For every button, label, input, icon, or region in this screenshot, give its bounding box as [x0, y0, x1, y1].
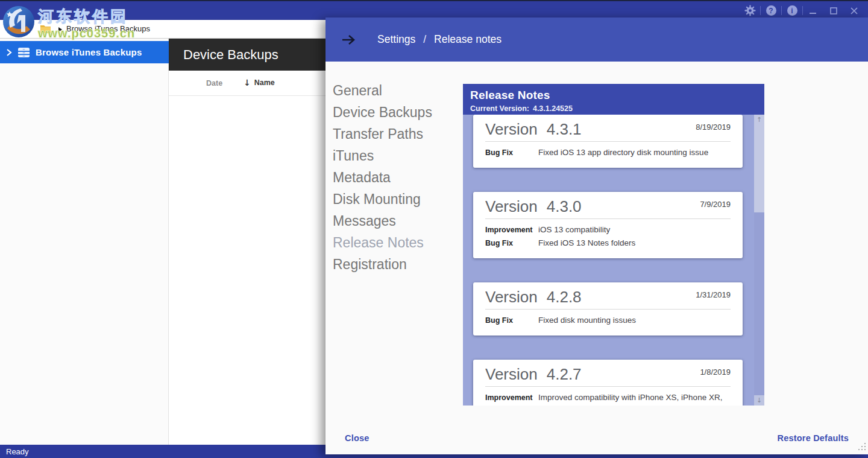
card-divider — [485, 309, 731, 310]
release-version-word: Version — [485, 121, 538, 138]
release-version-word: Version — [485, 366, 538, 383]
column-date[interactable]: Date — [206, 79, 222, 87]
release-notes-panel: Release Notes Current Version:4.3.1.2452… — [463, 84, 764, 406]
settings-nav-item[interactable]: Disk Mounting — [333, 188, 432, 210]
release-version-word: Version — [485, 198, 538, 215]
scrollbar-thumb[interactable] — [754, 125, 764, 212]
card-divider — [485, 218, 731, 219]
settings-nav-item[interactable]: iTunes — [333, 145, 432, 167]
maximize-icon — [830, 7, 837, 14]
card-divider — [485, 386, 731, 387]
card-divider — [485, 141, 731, 142]
release-version: Version 4.2.8 — [485, 288, 696, 305]
release-version: Version 4.3.1 — [485, 121, 696, 138]
note-text: Fixed iOS 13 app directory disk mounting… — [538, 147, 731, 158]
release-card-head: Version 4.2.7 1/8/2019 — [485, 366, 731, 383]
restore-defaults-button[interactable]: Restore Defaults — [778, 433, 849, 443]
release-cards: Version 4.3.1 8/19/2019 Bug Fix Fix — [473, 115, 743, 406]
forward-arrow-icon — [341, 34, 356, 46]
release-notes-list: Improvement Improved compatibility with … — [485, 392, 731, 406]
close-icon — [851, 7, 858, 14]
resize-grip[interactable] — [858, 442, 866, 451]
scroll-down-icon[interactable]: ↓ — [754, 395, 764, 406]
release-version-number: 4.2.8 — [547, 288, 582, 305]
settings-breadcrumb-page: Release notes — [434, 33, 502, 46]
note-text: Improved compatibility with iPhone XS, i… — [538, 392, 731, 406]
settings-nav-item[interactable]: Messages — [333, 210, 432, 232]
release-date: 1/8/2019 — [700, 367, 731, 377]
sidebar: Browse iTunes Backups — [0, 39, 169, 445]
current-version-value: 4.3.1.24525 — [533, 104, 573, 113]
column-headers: Date ↓ Name — [169, 71, 326, 96]
status-text: Ready — [6, 447, 29, 456]
settings-dialog-header: Settings / Release notes — [326, 17, 868, 62]
release-notes-list: Improvement iOS 13 compatibility Bug Fix… — [485, 224, 731, 249]
current-version: Current Version:4.3.1.24525 — [470, 104, 764, 113]
settings-dialog: Settings / Release notes General Device … — [326, 17, 868, 454]
info-icon: i — [787, 5, 797, 16]
column-name-label: Name — [254, 78, 275, 87]
note-type: Bug Fix — [485, 238, 538, 249]
release-card-head: Version 4.3.0 7/9/2019 — [485, 198, 731, 215]
sidebar-item-browse-itunes-backups[interactable]: Browse iTunes Backups — [0, 41, 169, 63]
release-notes-header: Release Notes Current Version:4.3.1.2452… — [463, 84, 764, 115]
release-date: 8/19/2019 — [696, 122, 731, 132]
note-type: Improvement — [485, 224, 538, 235]
chevron-right-icon — [6, 49, 12, 56]
settings-nav-item[interactable]: Device Backups — [333, 101, 432, 123]
release-note-row: Improvement Improved compatibility with … — [485, 392, 731, 406]
device-backups-title: Device Backups — [169, 39, 326, 71]
settings-nav: General Device Backups Transfer Paths iT… — [333, 80, 432, 275]
settings-nav-item[interactable]: Registration — [333, 253, 432, 275]
release-card: Version 4.3.1 8/19/2019 Bug Fix Fix — [473, 115, 743, 168]
dialog-footer: Close Restore Defaults — [326, 424, 868, 452]
note-type: Bug Fix — [485, 147, 538, 158]
release-version: Version 4.3.0 — [485, 198, 700, 215]
gear-icon — [744, 5, 756, 16]
release-date: 7/9/2019 — [700, 200, 731, 209]
current-version-label: Current Version: — [470, 104, 529, 113]
release-date: 1/31/2019 — [696, 290, 731, 299]
release-card-head: Version 4.3.1 8/19/2019 — [485, 121, 731, 138]
release-version-number: 4.3.0 — [547, 198, 582, 215]
release-note-row: Bug Fix Fixed iOS 13 Notes folders — [485, 238, 731, 249]
release-card: Version 4.3.0 7/9/2019 Improvement — [473, 192, 743, 258]
release-card-head: Version 4.2.8 1/31/2019 — [485, 288, 731, 305]
note-text: iOS 13 compatibility — [538, 224, 731, 235]
release-version-word: Version — [485, 288, 538, 305]
release-version: Version 4.2.7 — [485, 366, 700, 383]
scroll-up-icon[interactable]: ↑ — [754, 115, 764, 125]
release-version-number: 4.3.1 — [547, 121, 582, 138]
release-version-number: 4.2.7 — [547, 366, 582, 383]
device-backups-panel: Device Backups Date ↓ Name — [169, 39, 326, 445]
device-backups-icon — [17, 47, 30, 58]
settings-nav-item[interactable]: Metadata — [333, 167, 432, 188]
release-note-row: Improvement iOS 13 compatibility — [485, 224, 731, 235]
release-note-row: Bug Fix Fixed iOS 13 app directory disk … — [485, 147, 731, 158]
sidebar-item-label: Browse iTunes Backups — [36, 47, 142, 57]
settings-nav-item[interactable]: Release Notes — [333, 232, 432, 253]
release-notes-scroll-area: Version 4.3.1 8/19/2019 Bug Fix Fix — [463, 115, 764, 406]
breadcrumb-arrow-icon — [58, 27, 62, 32]
breadcrumb[interactable]: Browse iTunes Backups — [66, 20, 150, 38]
folder-icon — [40, 24, 51, 34]
settings-nav-item[interactable]: General — [333, 80, 432, 101]
note-type: Improvement — [485, 392, 538, 406]
note-text: Fixed iOS 13 Notes folders — [538, 238, 731, 249]
note-text: Fixed disk mounting issues — [538, 315, 731, 326]
release-note-row: Bug Fix Fixed disk mounting issues — [485, 315, 731, 326]
breadcrumb-separator: / — [423, 33, 426, 46]
settings-breadcrumb-root[interactable]: Settings — [377, 33, 415, 46]
sort-descending-icon: ↓ — [244, 78, 251, 87]
settings-nav-item[interactable]: Transfer Paths — [333, 123, 432, 145]
release-notes-list: Bug Fix Fixed iOS 13 app directory disk … — [485, 147, 731, 158]
column-name[interactable]: ↓ Name — [244, 78, 275, 87]
release-notes-list: Bug Fix Fixed disk mounting issues — [485, 315, 731, 326]
release-card: Version 4.2.8 1/31/2019 Bug Fix Fix — [473, 282, 743, 336]
scrollbar[interactable]: ↑ ↓ — [754, 115, 764, 406]
help-icon: ? — [766, 5, 776, 16]
close-dialog-button[interactable]: Close — [345, 433, 370, 443]
release-card: Version 4.2.7 1/8/2019 Improvement — [473, 360, 743, 406]
note-type: Bug Fix — [485, 315, 538, 326]
minimize-icon — [810, 7, 817, 14]
